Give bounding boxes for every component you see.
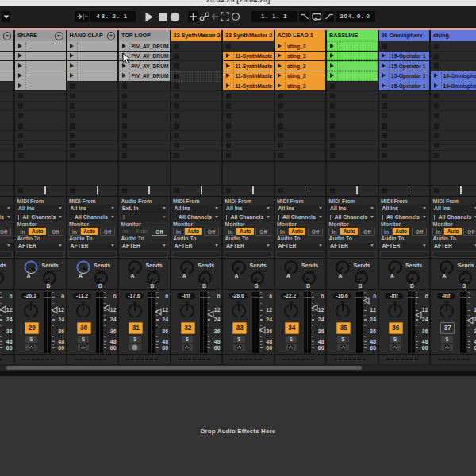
solo-button[interactable]: S xyxy=(390,336,401,343)
clip-slot[interactable] xyxy=(171,111,222,121)
clip[interactable]: 16-Omnisphe xyxy=(431,71,476,81)
clip-slot[interactable]: 15-Operator 1 xyxy=(379,52,430,62)
clip-slot[interactable] xyxy=(275,91,326,102)
clip-stop-square[interactable] xyxy=(278,143,283,148)
clip[interactable]: 11-SynthMaste xyxy=(223,71,274,81)
clip-slot[interactable] xyxy=(0,52,13,62)
clip-slot[interactable] xyxy=(15,151,66,161)
track-header[interactable]: 32 SynthMaster 2 xyxy=(171,30,222,40)
io-from-chooser[interactable]: All Ins xyxy=(0,205,13,213)
solo-button[interactable]: S xyxy=(337,336,349,343)
clip-slot[interactable]: sting_3 xyxy=(275,61,326,71)
clip-slot[interactable] xyxy=(15,91,66,102)
volume-fader-handle[interactable] xyxy=(259,326,266,334)
arm-button[interactable] xyxy=(390,344,401,351)
clip-play-icon[interactable] xyxy=(278,83,282,88)
io-channel-chooser[interactable]: All Channels xyxy=(276,213,324,221)
clip-stop-square[interactable] xyxy=(122,123,128,129)
clip-slot[interactable] xyxy=(171,102,222,112)
solo-button[interactable]: S xyxy=(25,336,37,343)
clip-play-icon[interactable] xyxy=(382,63,386,68)
track-activator[interactable]: 32 xyxy=(181,322,195,335)
arm-button[interactable] xyxy=(337,344,349,351)
clip-stop-square[interactable] xyxy=(174,113,179,119)
clip-stop-square[interactable] xyxy=(70,113,75,119)
clip-slot[interactable] xyxy=(0,141,13,152)
io-channel-chooser[interactable]: All Channels xyxy=(328,213,377,221)
clip-stop-square[interactable] xyxy=(70,94,75,99)
stop-all-clips-button[interactable] xyxy=(70,188,75,194)
monitor-auto-button[interactable]: Auto xyxy=(29,228,46,235)
clip-slot[interactable] xyxy=(379,121,430,132)
clip-slot[interactable] xyxy=(327,41,378,52)
stop-all-clips-button[interactable] xyxy=(226,188,232,194)
stop-all-clips-button[interactable] xyxy=(18,188,24,194)
volume-fader-handle[interactable] xyxy=(0,305,6,313)
clip-play-icon[interactable] xyxy=(382,73,386,78)
clip-stop-square[interactable] xyxy=(18,123,24,129)
monitor-in-button[interactable]: In xyxy=(432,228,444,235)
clip[interactable]: sting_3 xyxy=(275,81,326,90)
monitor-off-button[interactable]: Off xyxy=(463,228,476,235)
clip-slot[interactable] xyxy=(327,151,378,161)
pan-knob[interactable] xyxy=(75,301,92,321)
clip-stop-square[interactable] xyxy=(434,123,440,129)
clip-slot[interactable] xyxy=(0,71,13,82)
clip-slot[interactable] xyxy=(0,41,13,52)
io-to-chooser[interactable]: AFTER xyxy=(0,243,13,251)
clip-stop-square[interactable] xyxy=(382,143,387,148)
clip-play-icon[interactable] xyxy=(122,73,126,78)
clip-stop-square[interactable] xyxy=(330,133,336,139)
clip-slot[interactable] xyxy=(15,121,66,132)
clip-play-icon[interactable] xyxy=(434,73,438,78)
monitor-in-button[interactable]: In xyxy=(225,228,236,235)
send-a-knob[interactable] xyxy=(282,259,300,276)
stop-all-clips-button[interactable] xyxy=(174,188,179,194)
stop-all-clips-button[interactable] xyxy=(278,188,283,194)
io-to-chooser[interactable]: AFTER xyxy=(225,243,273,251)
clip-play-icon[interactable] xyxy=(70,63,74,68)
clip-slot[interactable] xyxy=(171,71,222,82)
arm-button[interactable] xyxy=(129,344,141,351)
clip-slot[interactable] xyxy=(431,141,476,152)
clip-stop-square[interactable] xyxy=(278,113,283,119)
clip-slot[interactable] xyxy=(15,71,66,82)
clip-slot[interactable] xyxy=(0,81,13,91)
track-header[interactable]: TOP LOOP xyxy=(119,30,170,40)
monitor-off-button[interactable]: Off xyxy=(308,228,324,235)
clip-stop-square[interactable] xyxy=(174,63,179,69)
track-header[interactable] xyxy=(0,30,13,40)
clip-stop-square[interactable] xyxy=(174,133,179,139)
clip[interactable] xyxy=(15,61,66,71)
clip-slot[interactable]: sting_3 xyxy=(275,71,326,82)
monitor-in-button[interactable]: In xyxy=(173,228,185,235)
capture-midi-icon[interactable] xyxy=(231,11,240,22)
clip-play-icon[interactable] xyxy=(18,63,22,68)
volume-fader-handle[interactable] xyxy=(363,297,370,305)
clip-slot[interactable] xyxy=(119,102,170,112)
clip-slot[interactable]: PIV_AV_DRUM xyxy=(119,41,170,52)
clip-stop-square[interactable] xyxy=(278,103,283,109)
clip-slot[interactable] xyxy=(431,61,476,71)
clip-slot[interactable] xyxy=(223,91,274,102)
monitor-off-button[interactable]: Off xyxy=(152,228,167,235)
monitor-auto-button[interactable]: Auto xyxy=(444,228,462,235)
send-a-knob[interactable] xyxy=(334,259,351,276)
clip-play-icon[interactable] xyxy=(330,44,334,48)
clip-stop-square[interactable] xyxy=(122,103,128,109)
io-to-chooser[interactable]: AFTER xyxy=(432,243,476,251)
monitor-auto-button[interactable]: Auto xyxy=(132,228,150,235)
loop-icon[interactable] xyxy=(311,11,323,22)
clip-slot[interactable] xyxy=(0,111,13,121)
clip[interactable]: sting_3 xyxy=(275,52,326,61)
clip-stop-square[interactable] xyxy=(226,44,232,49)
clip[interactable] xyxy=(15,52,66,61)
clip-stop-square[interactable] xyxy=(122,143,128,148)
clip-play-icon[interactable] xyxy=(18,44,22,48)
automation-arm-icon[interactable] xyxy=(199,11,210,22)
volume-fader-handle[interactable] xyxy=(466,317,474,324)
clip-slot[interactable] xyxy=(275,151,326,161)
track-fold-icon[interactable] xyxy=(107,32,116,40)
clip-slot[interactable] xyxy=(379,141,430,152)
arm-button[interactable] xyxy=(286,344,298,351)
